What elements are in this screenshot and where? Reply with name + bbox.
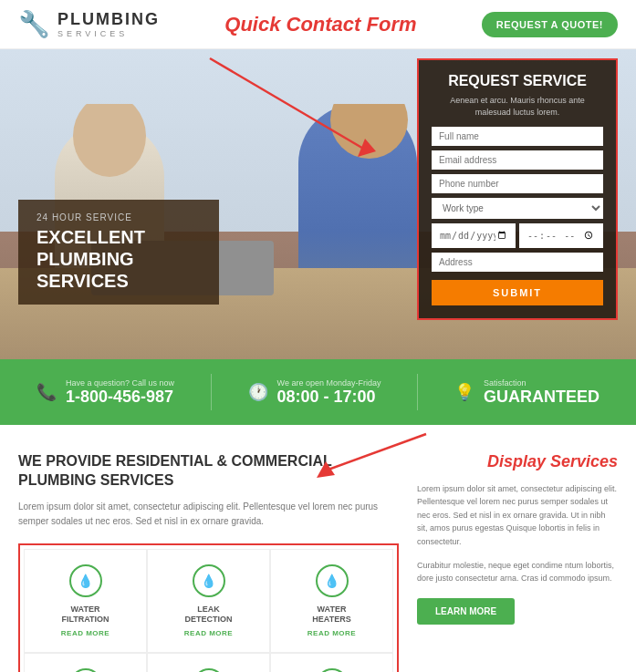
water-filtration-icon: 💧 [69, 564, 102, 597]
phone-value: 1-800-456-987 [66, 388, 174, 407]
list-item: 💧 SEWER LINEREPLACEMENTS READ MORE [24, 653, 147, 672]
header: 🔧 PLUMBING SERVICES Quick Contact Form R… [0, 0, 636, 49]
display-services-header: Display Services [417, 452, 618, 471]
sewer-line-icon: 💧 [69, 668, 102, 672]
read-more-link[interactable]: READ MORE [32, 629, 139, 637]
learn-more-button[interactable]: LEARN MORE [417, 598, 515, 625]
water-filtration2-icon: 💧 [316, 668, 349, 672]
form-subtitle: Aenean et arcu. Mauris rhoncus ante male… [432, 95, 603, 118]
hours-value: 08:00 - 17:00 [277, 388, 381, 407]
drain-cleaning-icon: 💧 [193, 668, 225, 672]
read-more-link[interactable]: READ MORE [278, 629, 385, 637]
list-item: 💧 LEAKDETECTION READ MORE [147, 549, 270, 653]
phone-label: Have a question? Call us now [66, 378, 174, 388]
satisfaction-value: GUARANTEED [484, 388, 600, 407]
request-service-form: REQUEST SERVICE Aenean et arcu. Mauris r… [417, 58, 618, 320]
info-divider-2 [417, 374, 418, 410]
satisfaction-label: Satisfaction [484, 378, 600, 388]
leak-detection-icon: 💧 [193, 564, 225, 597]
time-input[interactable] [519, 223, 603, 248]
form-title: REQUEST SERVICE [432, 73, 603, 89]
hours-info: 🕐 We are open Monday-Friday 08:00 - 17:0… [248, 378, 381, 407]
read-more-link[interactable]: READ MORE [155, 629, 262, 637]
phone-info: 📞 Have a question? Call us now 1-800-456… [36, 378, 174, 407]
fullname-input[interactable] [432, 127, 603, 146]
display-services-label: Display Services [417, 452, 618, 471]
services-section: WE PROVIDE RESIDENTIAL & COMMERCIAL PLUM… [0, 425, 636, 672]
submit-button[interactable]: SUBMIT [432, 280, 603, 305]
hours-label: We are open Monday-Friday [277, 378, 381, 388]
phone-text-block: Have a question? Call us now 1-800-456-9… [66, 378, 174, 407]
request-quote-button[interactable]: REQUEST A QUOTE! [482, 12, 618, 37]
info-divider-1 [211, 374, 212, 410]
list-item: 💧 WATERHEATERS READ MORE [270, 549, 393, 653]
service-name: LEAKDETECTION [155, 605, 262, 625]
phone-icon: 📞 [36, 382, 57, 402]
services-right-description2: Curabitur molestie, neque eget condime n… [417, 559, 618, 585]
list-item: 💧 DRAINCLEANING READ MORE [147, 653, 270, 672]
hours-text-block: We are open Monday-Friday 08:00 - 17:00 [277, 378, 381, 407]
satisfaction-text-block: Satisfaction GUARANTEED [484, 378, 600, 407]
logo-brand: PLUMBING [57, 10, 160, 29]
list-item: 💧 WATERFILTRATION READ MORE [24, 549, 147, 653]
water-heaters-icon: 💧 [316, 564, 349, 597]
services-left: WE PROVIDE RESIDENTIAL & COMMERCIAL PLUM… [18, 452, 399, 672]
services-grid-container: 💧 WATERFILTRATION READ MORE 💧 LEAKDETECT… [18, 543, 399, 672]
list-item: 💧 WATERFILTRATION READ MORE [270, 653, 393, 672]
date-input[interactable] [432, 223, 516, 248]
hero-section: 24 HOUR SERVICE EXCELLENT PLUMBING SERVI… [0, 49, 636, 359]
clock-icon: 🕐 [248, 382, 268, 402]
lightbulb-icon: 💡 [454, 382, 474, 402]
phone-input[interactable] [432, 174, 603, 193]
quick-contact-label: Quick Contact Form [224, 13, 416, 36]
services-right-description: Lorem ipsum dolor sit amet, consectetur … [417, 482, 618, 548]
services-description: Lorem ipsum dolor sit amet, consectetur … [18, 500, 399, 529]
services-heading: WE PROVIDE RESIDENTIAL & COMMERCIAL PLUM… [18, 452, 399, 491]
service-name: WATERHEATERS [278, 605, 385, 625]
hero-badge: 24 HOUR SERVICE [36, 212, 201, 222]
info-bar: 📞 Have a question? Call us now 1-800-456… [0, 359, 636, 425]
services-right: Display Services Lorem ipsum dolor sit a… [417, 452, 618, 672]
satisfaction-info: 💡 Satisfaction GUARANTEED [454, 378, 600, 407]
worktype-select[interactable]: Work type [432, 198, 603, 219]
logo-area: 🔧 PLUMBING SERVICES [18, 9, 160, 39]
date-time-row [432, 223, 603, 248]
email-input[interactable] [432, 150, 603, 170]
logo-text-block: PLUMBING SERVICES [57, 10, 160, 38]
hero-title: EXCELLENT PLUMBING SERVICES [36, 226, 201, 292]
logo-wrench-icon: 🔧 [18, 9, 50, 39]
address-input[interactable] [432, 253, 603, 272]
services-grid: 💧 WATERFILTRATION READ MORE 💧 LEAKDETECT… [24, 549, 393, 672]
service-name: WATERFILTRATION [32, 605, 139, 625]
hero-overlay-text: 24 HOUR SERVICE EXCELLENT PLUMBING SERVI… [18, 200, 219, 305]
logo-sub: SERVICES [57, 29, 160, 38]
